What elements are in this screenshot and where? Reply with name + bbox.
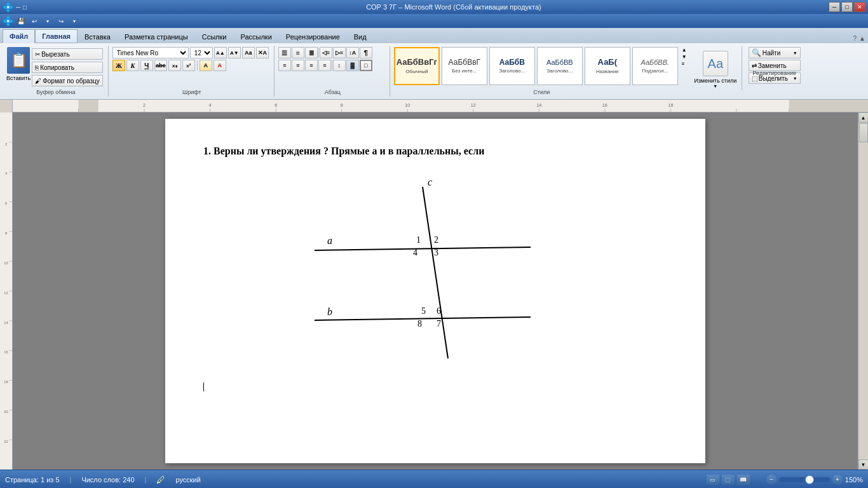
view-controls: ▭ ⬚ 📖 (707, 475, 750, 485)
save-button[interactable]: 💾 (15, 16, 27, 26)
zoom-out-button[interactable]: − (766, 475, 776, 485)
tab-page-layout[interactable]: Разметка страницы (118, 29, 195, 43)
styles-scroll-up[interactable]: ▲ (682, 47, 687, 53)
scroll-thumb[interactable] (859, 123, 868, 142)
redo-button[interactable]: ↪ (55, 16, 67, 26)
tab-insert[interactable]: Вставка (78, 29, 118, 43)
scroll-area[interactable]: 1. Верны ли утверждения ? Прямые а и в п… (13, 112, 858, 470)
svg-text:16: 16 (4, 350, 8, 354)
separator (197, 60, 198, 71)
zoom-level[interactable]: 150% (845, 476, 863, 484)
cut-button[interactable]: ✂ Вырезать (32, 48, 103, 60)
underline-button[interactable]: Ч (140, 60, 153, 71)
undo-button[interactable]: ↩ (29, 16, 40, 26)
style-heading1[interactable]: АаБбВ Заголово... (489, 47, 535, 85)
clear-format-button[interactable]: ✕A (256, 47, 269, 58)
italic-button[interactable]: К (126, 60, 139, 71)
ribbon-tab-list: Файл Главная Вставка Разметка страницы С… (0, 28, 868, 43)
svg-text:2: 2 (5, 142, 7, 146)
paste-button[interactable]: 📋 Вставить (6, 47, 31, 81)
justify-button[interactable]: ≡ (318, 60, 331, 71)
zoom-slider[interactable] (779, 477, 830, 482)
close-button[interactable]: ✕ (854, 2, 865, 12)
tab-mailings[interactable]: Рассылки (233, 29, 278, 43)
styles-more[interactable]: ≡ (682, 61, 687, 67)
ribbon-help[interactable]: ? (853, 35, 857, 42)
style-subtitle[interactable]: АаБбВВ. Подзагол... (632, 47, 678, 85)
tab-view[interactable]: Вид (347, 29, 374, 43)
copy-button[interactable]: ⎘ Копировать (32, 62, 103, 73)
tab-file[interactable]: Файл (3, 29, 35, 43)
view-read-button[interactable]: 📖 (737, 475, 750, 485)
svg-text:6: 6 (275, 104, 277, 108)
font-grow-button[interactable]: A▲ (214, 47, 227, 58)
increase-indent-button[interactable]: ▷≡ (333, 47, 346, 58)
line-spacing-button[interactable]: ↕ (333, 60, 346, 71)
page-info: Страница: 1 из 5 (5, 476, 60, 484)
scroll-down-button[interactable]: ▼ (858, 459, 869, 470)
tab-home[interactable]: Главная (35, 29, 78, 43)
font-family-selector[interactable]: Times New Ro (112, 47, 189, 58)
zoom-in-button[interactable]: + (832, 475, 843, 485)
maximize-button[interactable]: □ (841, 2, 853, 12)
svg-rect-0 (13, 100, 868, 112)
scroll-track (858, 123, 869, 459)
ribbon-minimize[interactable]: ▲ (859, 35, 865, 42)
subscript-button[interactable]: x₂ (168, 60, 181, 71)
align-center-button[interactable]: ≡ (292, 60, 304, 71)
qat-more-button[interactable]: ▼ (69, 16, 80, 26)
scroll-up-button[interactable]: ▲ (858, 112, 869, 123)
svg-text:3: 3 (434, 248, 438, 257)
multilevel-list-button[interactable]: ≣ (305, 47, 318, 58)
numbering-button[interactable]: ≡ (292, 47, 304, 58)
view-normal-button[interactable]: ▭ (707, 475, 719, 485)
style-heading2[interactable]: АаБбВВ Заголово... (537, 47, 583, 85)
geometry-diagram: a b c 1 2 4 3 5 (276, 171, 594, 374)
sort-button[interactable]: ↕A (346, 47, 359, 58)
styles-scroll-down[interactable]: ▼ (682, 54, 687, 60)
language-indicator[interactable]: русский (175, 476, 200, 484)
undo-dropdown[interactable]: ▼ (42, 16, 53, 26)
highlight-button[interactable]: A (200, 60, 212, 71)
spell-check-icon[interactable]: 🖊 (156, 475, 165, 485)
ribbon-separator (742, 46, 742, 90)
style-normal[interactable]: АаБбВвГг Обычный (394, 47, 440, 85)
document-area: 2 4 6 8 10 12 14 16 18 20 22 1. Верны ли… (0, 112, 868, 470)
font-shrink-button[interactable]: A▼ (228, 47, 241, 58)
svg-text:b: b (327, 306, 332, 317)
show-hide-button[interactable]: ¶ (360, 47, 372, 58)
svg-text:5: 5 (421, 306, 426, 316)
ribbon: Файл Главная Вставка Разметка страницы С… (0, 28, 868, 100)
borders-button[interactable]: □ (360, 60, 372, 71)
zoom-thumb[interactable] (805, 475, 814, 484)
tab-review[interactable]: Рецензирование (279, 29, 347, 43)
window-controls: ─ □ ✕ (829, 2, 865, 12)
svg-text:20: 20 (4, 410, 8, 414)
find-button[interactable]: 🔍 Найти ▼ (749, 47, 801, 58)
align-left-button[interactable]: ≡ (278, 60, 291, 71)
bullets-button[interactable]: ☰ (278, 47, 291, 58)
svg-text:18: 18 (668, 104, 673, 108)
tab-references[interactable]: Ссылки (195, 29, 234, 43)
svg-text:8: 8 (5, 231, 7, 235)
style-title[interactable]: АаБ( Название (585, 47, 630, 85)
vertical-scrollbar: ▲ ▼ (858, 112, 868, 470)
view-web-button[interactable]: ⬚ (722, 475, 735, 485)
format-painter-button[interactable]: 🖌 Формат по образцу (32, 75, 103, 86)
shading-button[interactable]: ▓ (346, 60, 359, 71)
change-case-button[interactable]: Aa (242, 47, 255, 58)
superscript-button[interactable]: x² (182, 60, 195, 71)
svg-text:14: 14 (4, 321, 8, 325)
minimize-button[interactable]: ─ (829, 2, 840, 12)
font-color-button[interactable]: A (214, 60, 226, 71)
change-styles-button[interactable]: Аа Изменить стили ▼ (693, 46, 738, 88)
strikethrough-button[interactable]: abc (154, 60, 167, 71)
title-bar: 💠 ─ □ СОР 3 7Г – Microsoft Word (Сбой ак… (0, 0, 868, 14)
bold-button[interactable]: Ж (112, 60, 125, 71)
align-right-button[interactable]: ≡ (305, 60, 318, 71)
svg-text:16: 16 (602, 104, 607, 108)
ruler-corner (0, 100, 13, 112)
font-size-selector[interactable]: 12 (190, 47, 213, 58)
decrease-indent-button[interactable]: ◁≡ (320, 47, 332, 58)
style-no-spacing[interactable]: АаБбВвГ Без инте... (442, 47, 487, 85)
